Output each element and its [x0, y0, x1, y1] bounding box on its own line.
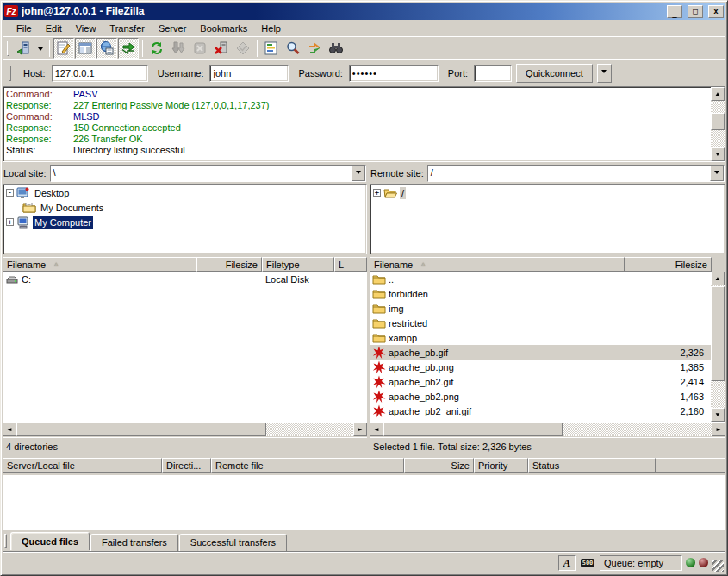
column-header-status[interactable]: Status — [528, 458, 656, 473]
collapse-icon[interactable]: - — [6, 189, 14, 197]
tree-item-desktop[interactable]: - Desktop — [3, 185, 366, 200]
menu-help[interactable]: Help — [254, 22, 288, 35]
local-site-combobox[interactable]: \ — [50, 165, 366, 182]
username-label: Username: — [152, 68, 206, 78]
scroll-left-icon[interactable]: ◄ — [370, 423, 383, 436]
remote-file-row[interactable]: .. — [370, 272, 711, 286]
scroll-down-icon[interactable]: ▼ — [711, 408, 725, 422]
column-header-remote-file[interactable]: Remote file — [211, 458, 404, 473]
scroll-up-icon[interactable]: ▲ — [711, 87, 725, 101]
column-header-filename[interactable]: Filename▲ — [370, 257, 625, 272]
scrollbar-thumb[interactable] — [16, 423, 266, 436]
remote-file-row[interactable]: apache_pb2.png 1,463 — [370, 389, 711, 404]
tree-item-label[interactable]: My Documents — [39, 202, 105, 214]
chevron-down-icon[interactable] — [352, 166, 365, 181]
chevron-down-icon[interactable] — [710, 166, 724, 181]
scrollbar-thumb[interactable] — [383, 423, 563, 436]
folder-icon — [372, 316, 386, 330]
minimize-button[interactable]: _ — [667, 5, 682, 18]
remote-file-row[interactable]: apache_pb2.gif 2,414 — [370, 374, 711, 389]
local-horizontal-scrollbar[interactable]: ◄ ► — [3, 423, 367, 436]
remote-file-row[interactable]: apache_pb.png 1,385 — [370, 360, 711, 374]
remote-file-row[interactable]: img — [370, 301, 711, 316]
synchronized-browsing-button[interactable] — [304, 38, 325, 59]
tree-item-my-computer[interactable]: + My Computer — [3, 215, 366, 229]
username-input[interactable] — [209, 65, 289, 82]
expand-icon[interactable]: + — [373, 189, 381, 197]
data-type-indicator-icon[interactable]: A — [558, 555, 576, 571]
toggle-remote-treeview-button[interactable] — [96, 38, 117, 59]
quickconnect-dropdown[interactable] — [597, 64, 612, 83]
menu-view[interactable]: View — [69, 22, 103, 35]
remote-status-text: Selected 1 file. Total size: 2,326 bytes — [370, 437, 725, 455]
tree-item-root[interactable]: + / — [370, 185, 725, 200]
tree-item-label[interactable]: Desktop — [33, 187, 71, 199]
menu-server[interactable]: Server — [152, 22, 193, 35]
cancel-operation-button[interactable] — [190, 38, 210, 59]
refresh-button[interactable] — [146, 38, 167, 59]
maximize-button[interactable]: □ — [688, 5, 703, 18]
site-manager-button[interactable] — [13, 38, 34, 59]
toggle-transfer-queue-button[interactable] — [118, 38, 139, 59]
column-header-lastmodified[interactable]: L — [334, 257, 367, 272]
process-queue-button[interactable] — [168, 38, 189, 59]
expand-icon[interactable]: + — [6, 218, 14, 226]
menu-transfer[interactable]: Transfer — [103, 22, 152, 35]
column-header-filetype[interactable]: Filetype — [262, 257, 334, 272]
image-file-icon — [372, 346, 386, 360]
remote-file-row[interactable]: restricted — [370, 316, 711, 330]
column-header-priority[interactable]: Priority — [474, 458, 528, 473]
port-input[interactable] — [474, 65, 512, 82]
site-manager-icon — [16, 41, 31, 56]
menu-edit[interactable]: Edit — [39, 22, 69, 35]
directory-comparison-button[interactable] — [283, 38, 303, 59]
column-header-filename[interactable]: Filename▲ — [3, 257, 196, 272]
menu-file[interactable]: File — [9, 22, 39, 35]
scrollbar-thumb[interactable] — [711, 286, 725, 381]
tree-item-my-documents[interactable]: My Documents — [3, 200, 366, 215]
remote-file-row-selected[interactable]: apache_pb.gif 2,326 — [370, 345, 711, 360]
remote-horizontal-scrollbar[interactable]: ◄ ► — [370, 423, 725, 436]
resize-grip[interactable] — [712, 560, 724, 572]
find-files-button[interactable] — [326, 38, 346, 59]
remote-site-combobox[interactable]: / — [427, 165, 725, 182]
local-directory-tree: - Desktop My Documents + My Computer — [3, 184, 367, 254]
column-header-size[interactable]: Size — [404, 458, 474, 473]
menu-bookmarks[interactable]: Bookmarks — [193, 22, 254, 35]
speed-limit-icon[interactable]: 500 — [579, 555, 596, 571]
tab-queued-files[interactable]: Queued files — [10, 532, 90, 550]
scroll-right-icon[interactable]: ► — [353, 423, 367, 436]
close-button[interactable]: x — [708, 5, 724, 18]
remote-file-row[interactable]: forbidden — [370, 286, 711, 301]
site-manager-dropdown[interactable] — [34, 38, 46, 59]
local-file-row[interactable]: C: Local Disk — [3, 272, 366, 286]
scroll-up-icon[interactable]: ▲ — [711, 272, 725, 285]
quickconnect-button[interactable]: Quickconnect — [516, 64, 593, 83]
tab-successful-transfers[interactable]: Successful transfers — [179, 534, 287, 551]
tree-item-label-selected[interactable]: My Computer — [33, 216, 93, 229]
log-scrollbar[interactable]: ▲ ▼ — [711, 87, 725, 161]
tree-item-label-selected[interactable]: / — [400, 187, 406, 199]
filezilla-logo-icon[interactable]: Fz — [4, 5, 18, 17]
directory-filter-button[interactable] — [261, 38, 282, 59]
toggle-local-treeview-button[interactable] — [75, 38, 96, 59]
column-header-direction[interactable]: Directi... — [162, 458, 211, 473]
scroll-right-icon[interactable]: ► — [712, 423, 725, 436]
tab-failed-transfers[interactable]: Failed transfers — [90, 534, 178, 551]
column-header-filesize[interactable]: Filesize — [625, 257, 712, 272]
remote-vertical-scrollbar[interactable]: ▲ ▼ — [711, 272, 725, 422]
host-input[interactable] — [52, 65, 148, 82]
queue-list[interactable] — [3, 475, 725, 530]
disconnect-button[interactable] — [211, 38, 232, 59]
scroll-down-icon[interactable]: ▼ — [711, 147, 725, 161]
toggle-message-log-button[interactable] — [53, 38, 74, 59]
reconnect-button[interactable] — [233, 38, 253, 59]
column-header-filesize[interactable]: Filesize — [196, 257, 262, 272]
remote-file-row[interactable]: apache_pb2_ani.gif 2,160 — [370, 404, 711, 418]
title-bar[interactable]: Fz john@127.0.0.1 - FileZilla _ □ x — [3, 3, 725, 20]
password-input[interactable] — [349, 65, 439, 82]
column-header-server-local-file[interactable]: Server/Local file — [3, 458, 162, 473]
remote-file-row[interactable]: xampp — [370, 330, 711, 345]
scrollbar-thumb[interactable] — [711, 113, 725, 130]
scroll-left-icon[interactable]: ◄ — [3, 423, 16, 436]
